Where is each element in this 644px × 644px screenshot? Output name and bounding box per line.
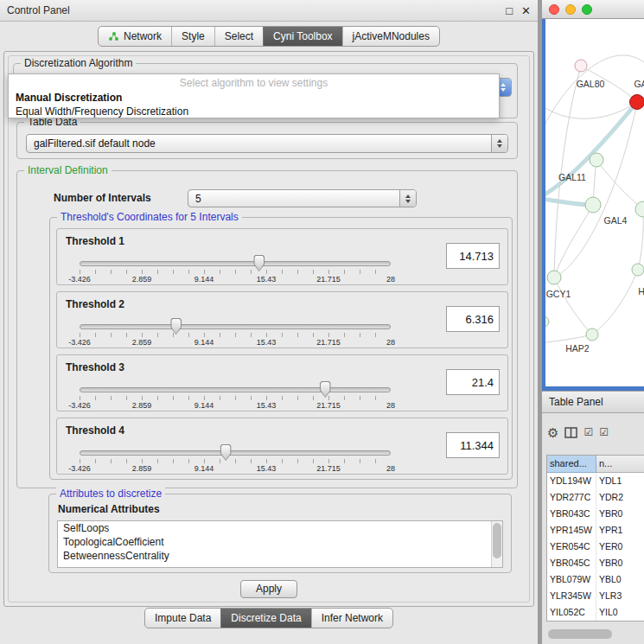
checkbox-icon[interactable]: ☑ (583, 427, 593, 437)
shared-name-cell[interactable]: YBR043C (547, 506, 596, 522)
scale-tick-label: 9.144 (194, 464, 214, 473)
network-node[interactable] (545, 316, 549, 327)
tab-cyni-toolbox[interactable]: Cyni Toolbox (263, 27, 341, 46)
network-node[interactable] (630, 95, 644, 110)
threshold-1-slider[interactable]: -3.426 2.859 9.144 15.43 21.715 28 (80, 261, 391, 287)
scale-tick-label: 28 (386, 338, 395, 347)
slider-thumb[interactable] (170, 318, 182, 335)
network-node[interactable] (586, 328, 598, 341)
tab-network[interactable]: Network (99, 27, 171, 46)
threshold-3-slider[interactable]: -3.426 2.859 9.144 15.43 21.715 28 (80, 387, 391, 413)
shared-name-cell[interactable]: YDR277C (547, 489, 596, 506)
dropdown-item-equal-width-frequency[interactable]: Equal Width/Frequency Discretization (9, 105, 499, 118)
name-cell[interactable]: YER0 (596, 539, 644, 555)
network-canvas[interactable]: GAL80GAGAL11GAL4GCY1HAP2H (545, 19, 644, 386)
slider-track[interactable] (80, 324, 391, 329)
slider-thumb[interactable] (220, 444, 232, 461)
shared-name-cell[interactable]: YDL194W (547, 473, 596, 489)
slider-ticks (80, 396, 391, 400)
attribute-item[interactable]: BetweennessCentrality (58, 549, 502, 563)
attribute-item[interactable]: SelfLoops (58, 521, 502, 535)
slider-track[interactable] (80, 261, 391, 266)
column-header-name[interactable]: n... (596, 456, 644, 473)
network-node[interactable] (585, 197, 601, 213)
number-of-intervals-select[interactable]: 5 (188, 189, 417, 207)
threshold-1-value-input[interactable] (446, 243, 500, 269)
name-cell[interactable]: YLR3 (596, 588, 644, 604)
tab-impute-data[interactable]: Impute Data (145, 609, 220, 628)
vertical-scrollbar[interactable] (491, 521, 502, 567)
name-cell[interactable]: YDL1 (596, 473, 644, 489)
scrollbar-thumb[interactable] (493, 523, 501, 558)
network-node[interactable] (590, 153, 603, 167)
slider-track[interactable] (80, 450, 391, 456)
name-cell[interactable]: YBR0 (596, 506, 644, 522)
combo-stepper-icon[interactable] (399, 190, 416, 207)
slider-thumb[interactable] (320, 381, 331, 398)
table-row[interactable]: YBR045CYBR0 (547, 555, 644, 571)
minimize-traffic-light-icon[interactable] (565, 4, 576, 15)
shared-name-cell[interactable]: YER054C (547, 539, 596, 555)
threshold-4-value-input[interactable] (446, 432, 500, 458)
network-view[interactable]: GAL80GAGAL11GAL4GCY1HAP2H (542, 19, 644, 391)
table-row[interactable]: YER054CYER0 (547, 539, 644, 555)
network-node[interactable] (632, 264, 644, 276)
name-cell[interactable]: YDR2 (596, 489, 644, 506)
shared-name-cell[interactable]: YIL052C (547, 604, 596, 621)
cyni-toolbox-panel: Discretization Algorithm Select algorith… (3, 51, 534, 607)
slider-track[interactable] (80, 387, 391, 392)
threshold-3-value-input[interactable] (446, 369, 500, 395)
threshold-2-value-input[interactable] (446, 306, 500, 332)
network-node[interactable] (575, 60, 587, 72)
table-panel-header[interactable]: Table Panel (542, 391, 644, 413)
window-titlebar[interactable]: Control Panel □ ✕ (0, 0, 538, 22)
float-window-icon[interactable]: □ (506, 0, 513, 22)
table-row[interactable]: YDR277CYDR2 (547, 489, 644, 506)
apply-button[interactable]: Apply (240, 580, 297, 598)
horizontal-scrollbar[interactable] (546, 628, 641, 640)
shared-name-cell[interactable]: YPR145W (547, 522, 596, 539)
checkbox-icon[interactable]: ☑ (599, 427, 609, 437)
name-cell[interactable]: YBR0 (596, 555, 644, 571)
zoom-traffic-light-icon[interactable] (582, 4, 592, 15)
numerical-attributes-list[interactable]: SelfLoopsTopologicalCoefficientBetweenne… (57, 520, 503, 568)
gear-icon[interactable]: ⚙ (547, 426, 558, 439)
shared-name-cell[interactable]: YLR345W (547, 588, 596, 604)
threshold-4-slider[interactable]: -3.426 2.859 9.144 15.43 21.715 28 (80, 450, 391, 476)
table-row[interactable]: YBL079WYBL0 (547, 571, 644, 588)
tab-discretize-data[interactable]: Discretize Data (220, 609, 310, 628)
table-row[interactable]: YDL194WYDL1 (547, 473, 644, 489)
number-of-intervals-label: Number of Intervals (54, 192, 151, 204)
network-node-label: H (638, 286, 644, 296)
close-window-icon[interactable]: ✕ (521, 0, 531, 22)
threshold-2-slider[interactable]: -3.426 2.859 9.144 15.43 21.715 28 (80, 324, 391, 350)
columns-icon[interactable] (564, 427, 577, 438)
attributes-to-discretize-group: Attributes to discretize Numerical Attri… (48, 494, 512, 573)
combo-stepper-icon[interactable] (491, 135, 507, 152)
tab-jactivemnodules[interactable]: jActiveMNodules (342, 27, 439, 46)
shared-name-cell[interactable]: YBR045C (547, 555, 596, 571)
tab-select[interactable]: Select (214, 27, 263, 46)
mac-titlebar[interactable] (542, 0, 644, 19)
slider-thumb[interactable] (253, 255, 265, 271)
column-header-shared-name[interactable]: shared... (547, 456, 596, 473)
tab-infer-network[interactable]: Infer Network (311, 609, 392, 628)
close-traffic-light-icon[interactable] (549, 4, 559, 15)
table-row[interactable]: YLR345WYLR3 (547, 588, 644, 604)
network-node-label: GA (634, 79, 644, 89)
table-row[interactable]: YBR043CYBR0 (547, 506, 644, 522)
table-data-select[interactable]: galFiltered.sif default node (26, 134, 508, 153)
table-row[interactable]: YIL052CYIL0 (547, 604, 644, 621)
scrollbar-thumb[interactable] (548, 629, 612, 639)
name-cell[interactable]: YBL0 (596, 571, 644, 588)
attribute-item[interactable]: TopologicalCoefficient (58, 535, 502, 549)
dropdown-item-manual-discretization[interactable]: Manual Discretization (9, 91, 499, 105)
shared-name-cell[interactable]: YBL079W (547, 571, 596, 588)
scale-tick-label: 15.43 (257, 401, 277, 410)
name-cell[interactable]: YPR1 (596, 522, 644, 539)
threshold-4-panel: Threshold 4 -3.426 2.859 9.144 15.43 21.… (56, 418, 508, 475)
tab-style[interactable]: Style (171, 27, 214, 46)
network-node[interactable] (547, 271, 561, 284)
table-row[interactable]: YPR145WYPR1 (547, 522, 644, 539)
name-cell[interactable]: YIL0 (596, 604, 644, 621)
